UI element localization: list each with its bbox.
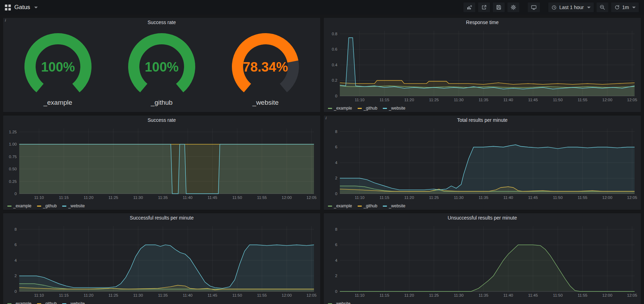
- x-tick-label: 11:55: [257, 293, 267, 297]
- series-color-chip: [358, 108, 362, 109]
- x-tick-label: 11:45: [528, 195, 538, 200]
- series-name: _github: [364, 106, 377, 111]
- legend-item-_website[interactable]: _website: [62, 203, 85, 208]
- chart-svg: 11:1011:1511:2011:2511:3011:3511:4011:45…: [5, 223, 318, 298]
- chart-plot[interactable]: 11:1011:1511:2011:2511:3011:3511:4011:45…: [326, 125, 639, 202]
- monitor-icon: [531, 5, 537, 10]
- series-name: _github: [364, 203, 377, 208]
- tv-mode-button[interactable]: [527, 2, 540, 13]
- legend-item-_github[interactable]: _github: [37, 301, 57, 304]
- dashboards-grid-icon[interactable]: [5, 5, 11, 10]
- save-dashboard-button[interactable]: [492, 2, 505, 13]
- dashboard-grid: i Success rate 100% _example 100% _githu…: [0, 15, 644, 304]
- y-tick-label: 2: [335, 176, 337, 180]
- series-name: _example: [13, 301, 31, 304]
- time-range-caret-down-icon: [587, 7, 591, 8]
- y-tick-label: 0: [335, 192, 337, 196]
- gauge-value-text: 100%: [41, 60, 75, 74]
- series-color-chip: [328, 206, 332, 207]
- gauge-_website: 78.34% _website: [222, 31, 309, 106]
- x-tick-label: 11:25: [109, 195, 118, 200]
- y-tick-label: 6: [335, 145, 337, 149]
- x-tick-label: 11:30: [133, 293, 143, 297]
- legend-item-_example[interactable]: _example: [328, 106, 352, 111]
- add-panel-icon: [467, 5, 472, 10]
- y-tick-label: 1.00: [9, 142, 17, 146]
- share-dashboard-button[interactable]: [478, 2, 490, 13]
- x-tick-label: 11:35: [478, 98, 488, 102]
- x-tick-label: 11:25: [429, 195, 439, 200]
- y-tick-label: 6: [335, 243, 337, 247]
- refresh-dashboard-button[interactable]: 1m: [611, 2, 639, 13]
- legend-item-_github[interactable]: _github: [358, 203, 377, 208]
- series-area-_website: [19, 245, 314, 291]
- save-icon: [496, 5, 502, 10]
- x-tick-label: 12:05: [627, 195, 637, 200]
- zoom-out-time-button[interactable]: [596, 2, 609, 13]
- legend-item-_website[interactable]: _website: [383, 203, 405, 208]
- x-tick-label: 11:35: [478, 195, 488, 200]
- add-panel-button[interactable]: [463, 2, 476, 13]
- x-tick-label: 11:40: [183, 195, 192, 200]
- legend-item-_github[interactable]: _github: [358, 106, 377, 111]
- x-tick-label: 11:25: [429, 293, 439, 297]
- panel-title[interactable]: Unsuccessful results per minute: [324, 213, 641, 223]
- y-tick-label: 0.8: [332, 32, 337, 36]
- legend-item-_example[interactable]: _example: [328, 203, 352, 208]
- panel-title[interactable]: Success rate: [3, 116, 320, 125]
- x-tick-label: 11:10: [34, 293, 44, 297]
- time-range-picker-button[interactable]: Last 1 hour: [548, 2, 594, 13]
- x-tick-label: 11:10: [34, 195, 44, 200]
- x-tick-label: 11:45: [207, 195, 217, 200]
- dashboard-title[interactable]: Gatus: [14, 4, 30, 11]
- x-tick-label: 11:55: [578, 195, 587, 200]
- series-name: _website: [389, 106, 405, 111]
- panel-info-icon[interactable]: i: [3, 18, 11, 24]
- legend-item-_website[interactable]: _website: [62, 301, 85, 304]
- series-name: _website: [334, 301, 350, 304]
- y-tick-label: 0: [15, 289, 17, 294]
- chart-plot[interactable]: 11:1011:1511:2011:2511:3011:3511:4011:45…: [326, 27, 639, 104]
- x-tick-label: 12:00: [602, 98, 613, 102]
- x-tick-label: 12:05: [627, 293, 637, 297]
- chart-plot[interactable]: 11:1011:1511:2011:2511:3011:3511:4011:45…: [326, 223, 639, 300]
- gauge-_github: 100% _github: [118, 31, 205, 106]
- x-tick-label: 11:55: [578, 293, 587, 297]
- legend-item-_website[interactable]: _website: [383, 106, 405, 111]
- refresh-interval-label: 1m: [622, 5, 629, 10]
- y-tick-label: 8: [15, 227, 17, 231]
- y-tick-label: 0.75: [9, 155, 17, 159]
- x-tick-label: 11:15: [59, 195, 69, 200]
- gauge-svg: 100%: [118, 31, 205, 99]
- y-tick-label: 4: [335, 161, 338, 165]
- gauge-label: _github: [118, 99, 205, 106]
- x-tick-label: 11:50: [553, 293, 563, 297]
- y-tick-label: 8: [335, 129, 337, 134]
- legend-item-_website[interactable]: _website: [328, 301, 350, 304]
- x-tick-label: 11:40: [503, 98, 513, 102]
- panel-info-icon[interactable]: i: [324, 116, 332, 121]
- panel-title[interactable]: Success rate: [3, 18, 320, 27]
- panel-title[interactable]: Successful results per minute: [3, 213, 320, 223]
- legend-item-_example[interactable]: _example: [7, 301, 31, 304]
- panel-response-time: Response time 11:1011:1511:2011:2511:301…: [323, 17, 641, 112]
- dashboard-caret-down-icon[interactable]: [34, 7, 38, 8]
- x-tick-label: 11:35: [158, 195, 168, 200]
- legend-item-_example[interactable]: _example: [7, 203, 31, 208]
- refresh-caret-down-icon: [632, 7, 636, 8]
- x-tick-label: 11:40: [183, 293, 192, 297]
- chart-plot[interactable]: 11:1011:1511:2011:2511:3011:3511:4011:45…: [5, 125, 318, 202]
- legend-item-_github[interactable]: _github: [37, 203, 57, 208]
- gauge-label: _example: [14, 99, 102, 106]
- dashboard-settings-button[interactable]: [507, 2, 520, 13]
- x-tick-label: 11:50: [232, 293, 242, 297]
- panel-title[interactable]: Total results per minute: [324, 116, 641, 125]
- panel-title[interactable]: Response time: [324, 18, 641, 27]
- chart-legend: _example_github_website: [324, 202, 641, 210]
- chart-legend: _example_github_website: [3, 202, 320, 210]
- chart-plot[interactable]: 11:1011:1511:2011:2511:3011:3511:4011:45…: [5, 223, 318, 300]
- series-area-_website: [340, 145, 635, 194]
- series-color-chip: [383, 206, 387, 207]
- time-range-label: Last 1 hour: [559, 5, 584, 10]
- x-tick-label: 11:20: [84, 293, 94, 297]
